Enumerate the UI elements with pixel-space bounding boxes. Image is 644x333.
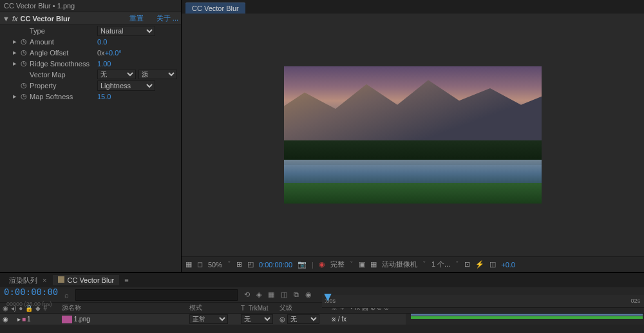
- timeline-header: 0:00:00:00 00000 (25.00 fps) ⌕ ⟲ ◈ ▦ ◫ ⧉…: [0, 287, 644, 303]
- prop-type: Type Natural: [0, 25, 181, 36]
- effect-title-row: ▼ fx CC Vector Blur 重置 关于 ...: [0, 12, 181, 25]
- layer-row[interactable]: ◉ ▸ ■ 1 1.png 正常 无 ◎ 无 ※ / fx: [0, 314, 644, 325]
- frame-blend-icon[interactable]: ▦: [268, 290, 274, 299]
- graph-icon[interactable]: ⧉: [294, 290, 299, 299]
- expand-layer-icon[interactable]: ▸: [17, 316, 21, 323]
- composition-viewer[interactable]: [182, 14, 644, 256]
- fps-display: 00000 (25.00 fps): [6, 301, 58, 307]
- shy-icon[interactable]: ⟲: [244, 290, 250, 299]
- video-toggle[interactable]: ◉: [3, 316, 8, 323]
- prop-angle-offset: ▸ ◷ Angle Offset 0x+0.0°: [0, 47, 181, 58]
- reset-link[interactable]: 重置: [129, 14, 144, 23]
- tab-close-icon[interactable]: ×: [43, 276, 46, 284]
- viewer-panel: CC Vector Blur ▦ ◻ 50% ˅ ⊞ ◰ 0:00:00:00 …: [182, 0, 644, 272]
- prop-label: Angle Offset: [30, 49, 97, 57]
- timeline-tabs: 渲染队列 × CC Vector Blur ≡: [0, 273, 644, 287]
- effect-name[interactable]: CC Vector Blur: [20, 15, 129, 23]
- stopwatch-icon[interactable]: ◷: [21, 37, 30, 46]
- softness-value[interactable]: 15.0: [97, 93, 111, 100]
- viewer-tab[interactable]: CC Vector Blur: [185, 3, 245, 14]
- angle-prefix[interactable]: 0x: [97, 49, 105, 57]
- viewer-tabs: CC Vector Blur: [182, 0, 644, 14]
- camera-dropdown[interactable]: 活动摄像机: [382, 260, 417, 269]
- expand-icon[interactable]: ▸: [13, 59, 21, 68]
- trkmat-select[interactable]: 无: [241, 314, 273, 324]
- prop-ridge-smoothness: ▸ ◷ Ridge Smoothness 1.00: [0, 58, 181, 69]
- effect-expand-icon[interactable]: ▼: [3, 15, 10, 23]
- pickwhip-icon[interactable]: ◎: [279, 316, 285, 323]
- color-icon[interactable]: ◉: [319, 260, 325, 269]
- panel-menu-icon[interactable]: ≡: [124, 276, 128, 284]
- tick-end: 02s: [630, 298, 640, 304]
- brain-icon[interactable]: ◉: [305, 290, 312, 299]
- region-icon[interactable]: ▣: [359, 260, 365, 269]
- camera-icon[interactable]: 📷: [298, 260, 307, 269]
- layer-name[interactable]: 1.png: [74, 316, 90, 323]
- fx-icon[interactable]: fx: [12, 15, 18, 23]
- snapshot-icon[interactable]: ▦: [185, 260, 192, 269]
- layer-label-icon[interactable]: ■: [22, 316, 26, 323]
- fast-preview-icon[interactable]: ⚡: [475, 260, 484, 269]
- t-col: T: [241, 305, 245, 312]
- search-input[interactable]: [75, 289, 238, 301]
- tab-composition[interactable]: CC Vector Blur: [53, 275, 119, 285]
- motion-blur-icon[interactable]: ◫: [281, 290, 287, 299]
- search-icon: ⌕: [64, 291, 69, 299]
- layer-bar-area[interactable]: [406, 314, 644, 325]
- mask-icon[interactable]: ◰: [247, 260, 254, 269]
- angle-value[interactable]: +0.0°: [105, 49, 122, 57]
- channel-icon[interactable]: ◻: [197, 260, 203, 269]
- comp-color-icon: [58, 276, 64, 283]
- trkmat-col[interactable]: TrkMat: [249, 305, 269, 312]
- effect-properties: Type Natural ▸ ◷ Amount 0.0 ▸ ◷ Angle Of…: [0, 25, 181, 102]
- tab-render-queue[interactable]: 渲染队列: [4, 274, 43, 287]
- resolution-dropdown[interactable]: 完整: [330, 260, 345, 269]
- tick-start: :00s: [325, 298, 336, 304]
- prop-label: Type: [30, 27, 97, 35]
- viewer-controls: ▦ ◻ 50% ˅ ⊞ ◰ 0:00:00:00 📷 | ◉ 完整 ˅ ▣ ▦ …: [182, 256, 644, 272]
- about-link[interactable]: 关于 ...: [156, 14, 178, 23]
- prop-label: Amount: [30, 38, 97, 46]
- viewer-timecode[interactable]: 0:00:00:00: [259, 261, 292, 269]
- parent-col[interactable]: 父级: [277, 303, 328, 313]
- stopwatch-icon[interactable]: ◷: [21, 48, 30, 57]
- ridge-value[interactable]: 1.00: [97, 60, 111, 68]
- stopwatch-icon[interactable]: ◷: [21, 81, 30, 90]
- source-name-col[interactable]: 源名称: [59, 303, 187, 313]
- exposure-value[interactable]: +0.0: [501, 261, 515, 269]
- timeline-icon[interactable]: ◫: [489, 260, 496, 269]
- prop-label: Vector Map: [30, 71, 97, 79]
- property-select[interactable]: Lightness: [97, 81, 155, 91]
- stopwatch-icon[interactable]: ◷: [21, 59, 30, 68]
- transparency-icon[interactable]: ▦: [370, 260, 377, 269]
- type-select[interactable]: Natural: [97, 26, 155, 36]
- expand-icon[interactable]: ▸: [13, 92, 21, 100]
- layer-duration-bar[interactable]: [411, 316, 643, 319]
- work-area-bar[interactable]: [411, 314, 643, 316]
- vectormap-layer-select[interactable]: 无: [97, 70, 136, 79]
- preview-image: [284, 66, 542, 204]
- prop-property: ◷ Property Lightness: [0, 80, 181, 91]
- draft3d-icon[interactable]: ◈: [256, 290, 261, 299]
- amount-value[interactable]: 0.0: [97, 38, 107, 46]
- prop-map-softness: ▸ ◷ Map Softness 15.0: [0, 91, 181, 102]
- views-dropdown[interactable]: 1 个...: [431, 260, 450, 269]
- grid-icon[interactable]: ⊞: [236, 260, 242, 269]
- stopwatch-icon[interactable]: ◷: [21, 92, 30, 100]
- timeline-panel: 渲染队列 × CC Vector Blur ≡ 0:00:00:00 00000…: [0, 272, 644, 333]
- layer-switches[interactable]: ※ / fx: [328, 314, 406, 325]
- parent-select[interactable]: 无: [287, 314, 319, 324]
- mode-col[interactable]: 模式: [187, 303, 238, 313]
- layer-number: 1: [27, 316, 31, 323]
- pixel-aspect-icon[interactable]: ⊡: [464, 260, 470, 269]
- expand-icon[interactable]: ▸: [13, 48, 21, 57]
- zoom-dropdown[interactable]: 50%: [208, 261, 222, 269]
- effects-panel: CC Vector Blur • 1.png ▼ fx CC Vector Bl…: [0, 0, 182, 272]
- prop-vector-map: Vector Map 无 源: [0, 69, 181, 80]
- blend-mode-select[interactable]: 正常: [189, 314, 228, 324]
- layer-thumbnail: [62, 316, 72, 323]
- current-timecode[interactable]: 0:00:00:00: [4, 287, 58, 297]
- expand-icon[interactable]: ▸: [13, 37, 21, 46]
- vectormap-src-select[interactable]: 源: [138, 70, 177, 79]
- prop-amount: ▸ ◷ Amount 0.0: [0, 36, 181, 47]
